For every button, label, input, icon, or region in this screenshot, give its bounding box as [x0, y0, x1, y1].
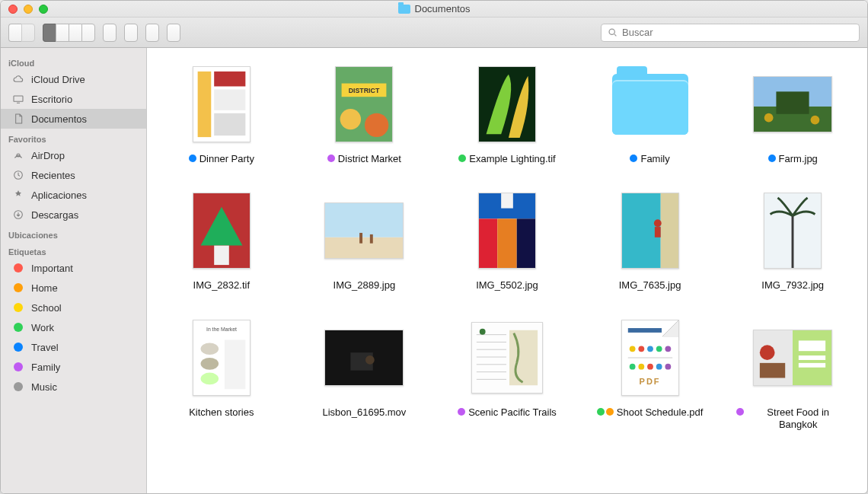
tags-button[interactable] — [167, 24, 180, 42]
file-item[interactable]: IMG_5502.jpg — [451, 188, 563, 292]
thumbnail — [464, 188, 550, 273]
sidebar-item[interactable]: Work — [1, 317, 146, 337]
zoom-icon[interactable] — [39, 5, 48, 14]
file-item[interactable]: Street Food in Bangkok — [736, 315, 849, 432]
file-item[interactable]: Lisbon_61695.mov — [308, 315, 421, 432]
sidebar-item[interactable]: Home — [1, 278, 146, 298]
svg-rect-84 — [799, 340, 825, 351]
sidebar-item[interactable]: Descargas — [1, 205, 146, 225]
svg-rect-83 — [760, 362, 785, 378]
file-label: IMG_7635.jpg — [619, 279, 681, 292]
svg-point-31 — [811, 116, 820, 125]
svg-point-77 — [647, 363, 653, 369]
thumbnail — [750, 62, 835, 147]
sidebar-item[interactable]: Travel — [1, 337, 146, 357]
forward-button[interactable] — [21, 24, 35, 42]
sidebar-item[interactable]: School — [1, 298, 146, 317]
file-item[interactable]: IMG_2832.tif — [165, 188, 278, 292]
search-field[interactable] — [601, 24, 860, 42]
sidebar-item[interactable]: Documentos — [1, 109, 146, 129]
file-label: Street Food in Bangkok — [736, 406, 849, 432]
svg-rect-46 — [654, 227, 660, 237]
tag-dot-icon — [11, 340, 25, 354]
back-button[interactable] — [8, 24, 21, 42]
airdrop-icon — [11, 148, 25, 162]
svg-point-52 — [200, 372, 219, 384]
file-item[interactable]: IMG_2889.jpg — [308, 188, 421, 292]
thumbnail: DISTRICT — [321, 62, 407, 147]
sidebar-item[interactable]: AirDrop — [1, 145, 146, 165]
file-name: Scenic Pacific Trails — [468, 406, 557, 419]
file-name: District Market — [338, 153, 401, 165]
finder-window: Documentos iCloudiCloud DriveEscritorioD… — [0, 0, 868, 494]
file-name: Family — [640, 153, 669, 165]
file-item[interactable]: PDFShoot Schedule.pdf — [594, 315, 707, 432]
share-button[interactable] — [145, 24, 159, 42]
file-item[interactable]: Family — [594, 62, 707, 165]
action-button[interactable] — [124, 24, 138, 42]
sidebar-item[interactable]: Important — [1, 258, 146, 278]
window-body: iCloudiCloud DriveEscritorioDocumentosFa… — [1, 48, 867, 493]
thumbnail — [750, 315, 835, 400]
svg-point-69 — [629, 346, 635, 352]
sidebar-item[interactable]: iCloud Drive — [1, 69, 146, 89]
content-area[interactable]: Dinner PartyDISTRICTDistrict MarketExamp… — [147, 48, 867, 493]
file-item[interactable]: Dinner Party — [165, 62, 278, 165]
thumbnail — [608, 62, 693, 147]
sidebar-item-label: Aplicaciones — [31, 190, 87, 201]
svg-text:In the Market: In the Market — [206, 326, 237, 331]
file-item[interactable]: Example Lighting.tif — [451, 62, 563, 165]
svg-point-82 — [760, 345, 775, 360]
close-icon[interactable] — [8, 5, 18, 14]
thumbnail: PDF — [608, 315, 693, 400]
file-item[interactable]: Farm.jpg — [736, 62, 849, 165]
tag-dot-icon — [11, 360, 25, 374]
sidebar-item-label: iCloud Drive — [31, 74, 85, 85]
svg-point-73 — [665, 346, 671, 352]
sidebar-item-label: Music — [31, 381, 57, 393]
file-name: IMG_5502.jpg — [476, 279, 538, 292]
file-item[interactable]: Scenic Pacific Trails — [451, 315, 563, 432]
view-gallery-button[interactable] — [81, 24, 95, 42]
file-label: Dinner Party — [189, 153, 254, 165]
thumbnail — [464, 315, 550, 400]
svg-rect-29 — [777, 91, 809, 113]
window-title: Documentos — [1, 3, 867, 14]
arrange-button[interactable] — [103, 24, 116, 42]
file-item[interactable]: IMG_7932.jpg — [736, 188, 849, 292]
file-item[interactable]: IMG_7635.jpg — [594, 188, 707, 292]
file-item[interactable]: In the MarketKitchen stories — [165, 315, 278, 432]
sidebar-item-label: Recientes — [31, 170, 75, 181]
svg-rect-20 — [214, 113, 245, 135]
tag-dots — [189, 155, 196, 162]
window-controls — [1, 5, 48, 14]
sidebar-item[interactable]: Escritorio — [1, 89, 146, 109]
sidebar-item-label: Descargas — [31, 209, 78, 221]
search-icon — [608, 27, 617, 37]
svg-point-56 — [365, 355, 375, 365]
svg-point-23 — [365, 113, 388, 137]
tag-dots — [768, 155, 776, 162]
file-name: IMG_7635.jpg — [619, 279, 681, 292]
titlebar: Documentos — [1, 1, 867, 18]
sidebar-item[interactable]: Aplicaciones — [1, 185, 146, 205]
svg-point-11 — [609, 29, 614, 34]
minimize-icon[interactable] — [24, 5, 33, 14]
svg-rect-33 — [214, 246, 229, 265]
sidebar-item[interactable]: Recientes — [1, 165, 146, 185]
search-input[interactable] — [622, 27, 853, 38]
tag-dots — [327, 155, 335, 162]
view-list-button[interactable] — [56, 24, 69, 42]
file-name: Lisbon_61695.mov — [322, 406, 406, 419]
sidebar-item[interactable]: Family — [1, 357, 146, 377]
tag-dots — [458, 408, 465, 416]
svg-point-22 — [340, 109, 361, 129]
file-item[interactable]: DISTRICTDistrict Market — [308, 62, 421, 165]
sidebar-item[interactable]: Music — [1, 377, 146, 397]
thumbnail: In the Market — [179, 315, 264, 400]
svg-rect-42 — [501, 193, 513, 209]
view-columns-button[interactable] — [69, 24, 81, 42]
svg-text:DISTRICT: DISTRICT — [349, 87, 380, 94]
download-icon — [11, 208, 25, 222]
view-icons-button[interactable] — [43, 24, 56, 42]
